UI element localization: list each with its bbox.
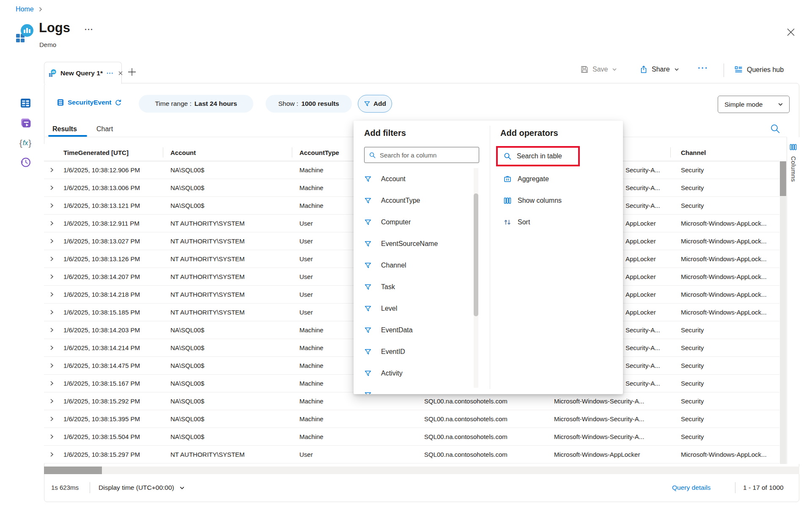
sidebar-tables-icon[interactable]	[19, 97, 32, 109]
search-results-icon[interactable]	[770, 123, 781, 134]
columns-icon	[789, 143, 797, 151]
cell-eventsourcename: Microsoft-Windows-Security-A...	[546, 410, 670, 428]
display-time-dropdown[interactable]: Display time (UTC+00:00)	[99, 484, 185, 491]
row-expander-cell	[44, 179, 59, 196]
filter-item-accounttype[interactable]: AccountType	[362, 190, 473, 211]
row-expander-icon[interactable]	[49, 363, 55, 368]
column-header-timegenerated-utc[interactable]: TimeGenerated [UTC]	[59, 144, 163, 161]
filter-item-eventsourcename[interactable]: EventSourceName	[362, 233, 473, 254]
operator-item-search-in-table[interactable]: Search in table	[496, 146, 580, 166]
cell-timegenerated-utc: 1/6/2025, 10:38:12.911 PM	[59, 215, 163, 232]
horizontal-scrollbar[interactable]	[44, 467, 799, 474]
tab-more-icon[interactable]: ···	[107, 70, 114, 77]
tab-new-query-1[interactable]: New Query 1* ···	[44, 62, 122, 84]
query-details-link[interactable]: Query details	[672, 484, 710, 491]
new-tab-button[interactable]	[127, 67, 137, 77]
chevron-down-icon	[179, 485, 185, 491]
cell-timegenerated-utc: 1/6/2025, 10:38:14.214 PM	[59, 339, 163, 356]
row-expander-icon[interactable]	[49, 292, 55, 297]
chevron-down-icon	[777, 101, 784, 108]
row-expander-icon[interactable]	[49, 381, 55, 386]
filter-item-account[interactable]: Account	[362, 168, 473, 190]
cell-accounttype: User	[292, 446, 417, 463]
table-row[interactable]: 1/6/2025, 10:38:15.297 PMNT AUTHORITY\SY…	[44, 446, 779, 464]
column-header-channel[interactable]: Channel	[670, 144, 779, 161]
filter-list-scrollbar-thumb[interactable]	[474, 193, 478, 316]
table-chip-label: SecurityEvent	[68, 99, 111, 106]
refresh-icon[interactable]	[115, 99, 122, 106]
column-search-input[interactable]	[380, 152, 475, 159]
show-results-pill[interactable]: Show : 1000 results	[266, 95, 352, 113]
filter-label: EventID	[381, 348, 405, 356]
operator-item-sort[interactable]: Sort	[496, 211, 617, 233]
filter-item-channel[interactable]: Channel	[362, 254, 473, 276]
row-expander-cell	[44, 446, 59, 463]
query-tab-icon	[49, 69, 57, 77]
column-header-account[interactable]: Account	[163, 144, 292, 161]
time-range-pill[interactable]: Time range : Last 24 hours	[139, 95, 253, 113]
row-expander-icon[interactable]	[49, 256, 55, 262]
cell-channel: Security	[670, 179, 779, 196]
cell-channel: Microsoft-Windows-AppLock...	[670, 446, 779, 463]
filter-label: EventData	[381, 326, 413, 334]
row-expander-icon[interactable]	[49, 434, 55, 439]
filter-item-partial[interactable]	[362, 384, 473, 394]
queries-hub-button[interactable]: Queries hub	[734, 65, 784, 74]
sidebar-functions-icon[interactable]: {fx}	[19, 137, 32, 149]
row-expander-icon[interactable]	[49, 203, 55, 208]
columns-side-panel-tab[interactable]: Columns	[787, 137, 799, 464]
mode-select[interactable]: Simple mode	[718, 96, 790, 113]
table-row[interactable]: 1/6/2025, 10:38:15.395 PMNA\SQL00$Machin…	[44, 410, 779, 428]
table-icon	[57, 99, 64, 106]
operator-label: Sort	[518, 218, 530, 226]
filter-item-computer[interactable]: Computer	[362, 211, 473, 233]
tab-chart[interactable]: Chart	[96, 125, 113, 133]
operator-label: Search in table	[517, 152, 562, 160]
save-button[interactable]: Save	[580, 65, 617, 74]
tab-close-icon[interactable]	[118, 70, 123, 76]
row-expander-cell	[44, 321, 59, 339]
toolbar-more-icon[interactable]: ···	[698, 64, 708, 73]
row-expander-icon[interactable]	[49, 238, 55, 244]
operator-item-aggregate[interactable]: Aggregate	[496, 168, 617, 190]
row-expander-icon[interactable]	[49, 345, 55, 351]
row-expander-icon[interactable]	[49, 167, 55, 173]
add-button[interactable]: Add	[358, 95, 392, 113]
cell-account: NT AUTHORITY\SYSTEM	[163, 215, 292, 232]
sidebar-queries-icon[interactable]	[19, 117, 32, 129]
table-row[interactable]: 1/6/2025, 10:38:15.292 PMNA\SQL00$Machin…	[44, 392, 779, 410]
row-expander-icon[interactable]	[49, 327, 55, 333]
row-expander-icon[interactable]	[49, 185, 55, 190]
table-row[interactable]: 1/6/2025, 10:38:15.504 PMNA\SQL00$Machin…	[44, 428, 779, 446]
title-more-icon[interactable]: ···	[85, 25, 93, 34]
operator-item-show-columns[interactable]: Show columns	[496, 190, 617, 211]
row-expander-icon[interactable]	[49, 452, 55, 457]
column-search-box[interactable]	[364, 147, 479, 163]
row-expander-icon[interactable]	[49, 274, 55, 279]
row-expander-icon[interactable]	[49, 416, 55, 422]
filter-item-activity[interactable]: Activity	[362, 362, 473, 384]
filter-item-task[interactable]: Task	[362, 276, 473, 298]
row-expander-icon[interactable]	[49, 309, 55, 315]
row-expander-icon[interactable]	[49, 221, 55, 226]
filter-funnel-icon	[364, 305, 372, 312]
breadcrumb: Home	[16, 6, 43, 13]
filter-item-eventdata[interactable]: EventData	[362, 319, 473, 341]
cell-timegenerated-utc: 1/6/2025, 10:38:12.906 PM	[59, 161, 163, 179]
query-duration: 1s 623ms	[51, 484, 79, 491]
filter-item-level[interactable]: Level	[362, 298, 473, 319]
breadcrumb-home-link[interactable]: Home	[16, 6, 34, 13]
row-expander-icon[interactable]	[49, 398, 55, 404]
share-button[interactable]: Share	[639, 65, 680, 74]
tab-results[interactable]: Results	[52, 125, 77, 133]
filter-item-eventid[interactable]: EventID	[362, 341, 473, 362]
cell-channel: Microsoft-Windows-AppLock...	[670, 250, 779, 268]
filter-funnel-icon	[364, 197, 372, 204]
cell-computer: SQL00.na.contosohotels.com	[417, 392, 546, 410]
vertical-scrollbar-thumb[interactable]	[780, 161, 786, 196]
table-chip-securityevent[interactable]: SecurityEvent	[57, 99, 122, 106]
sidebar-query-history-icon[interactable]	[19, 156, 32, 168]
vertical-scrollbar[interactable]	[780, 161, 786, 464]
close-icon[interactable]	[785, 26, 797, 38]
horizontal-scrollbar-thumb[interactable]	[44, 467, 102, 474]
